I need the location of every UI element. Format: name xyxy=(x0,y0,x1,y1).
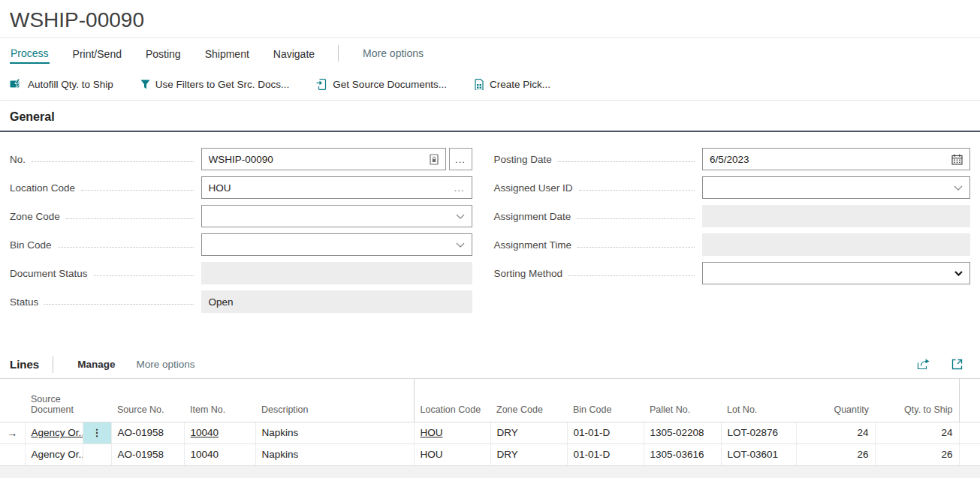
column-header-bin-code[interactable]: Bin Code xyxy=(567,379,644,422)
dotted-leader xyxy=(32,161,194,162)
cell-qty-to-ship[interactable]: 24 xyxy=(875,422,959,443)
cell-lot-no[interactable]: LOT-02876 xyxy=(721,422,796,443)
get-source-documents-icon xyxy=(316,79,327,90)
column-header-zone-code[interactable]: Zone Code xyxy=(490,379,567,422)
cell-quantity[interactable]: 26 xyxy=(796,443,875,465)
cell-item-no[interactable]: 10040 xyxy=(184,443,255,465)
calendar-icon[interactable] xyxy=(951,154,963,165)
create-pick-button[interactable]: Create Pick... xyxy=(474,79,550,90)
cell-zone-code[interactable]: DRY xyxy=(490,422,567,443)
share-icon[interactable] xyxy=(917,359,930,370)
focus-mode-icon[interactable] xyxy=(951,359,963,370)
cell-zone-code[interactable]: DRY xyxy=(490,443,567,465)
no-field[interactable]: WSHIP-00090 xyxy=(201,148,446,170)
tab-posting[interactable]: Posting xyxy=(145,44,182,63)
dotted-leader xyxy=(579,190,695,191)
assignment-date-label: Assignment Date xyxy=(494,211,571,222)
cell-pallet-no[interactable]: 1305-02208 xyxy=(644,422,721,443)
cell-source-document[interactable]: Agency Or... xyxy=(25,422,83,443)
cell-source-no[interactable]: AO-01958 xyxy=(111,422,184,443)
lines-heading: Lines xyxy=(10,358,39,371)
chevron-down-icon[interactable] xyxy=(456,214,465,219)
assigned-user-id-label: Assigned User ID xyxy=(494,182,573,194)
dotted-leader xyxy=(81,190,193,191)
cell-pallet-no[interactable]: 1305-03616 xyxy=(644,443,721,465)
autofill-qty-button[interactable]: Autofill Qty. to Ship xyxy=(10,79,113,90)
no-series-edit-icon[interactable] xyxy=(430,154,439,165)
tab-shipment[interactable]: Shipment xyxy=(204,44,250,63)
cell-qty-to-ship[interactable]: 26 xyxy=(875,443,959,465)
location-code-field[interactable]: HOU ... xyxy=(201,176,472,199)
active-row-arrow-icon: → xyxy=(0,422,25,443)
row-menu-dots-icon[interactable]: ⋮ xyxy=(83,422,111,443)
chevron-down-icon[interactable] xyxy=(456,242,465,248)
get-source-documents-button[interactable]: Get Source Documents... xyxy=(316,79,447,90)
location-code-link[interactable]: HOU xyxy=(421,427,443,438)
column-header-description[interactable]: Description xyxy=(255,379,414,422)
posting-date-field[interactable]: 6/5/2023 xyxy=(702,148,970,170)
column-header-item-no[interactable]: Item No. xyxy=(184,379,255,422)
sorting-method-label: Sorting Method xyxy=(494,268,563,279)
cell-bin-code[interactable]: 01-01-D xyxy=(567,422,644,443)
lines-more-options[interactable]: More options xyxy=(136,359,194,370)
posting-date-label: Posting Date xyxy=(494,154,552,165)
location-code-lookup-icon[interactable]: ... xyxy=(454,182,465,194)
menu-separator xyxy=(338,45,339,62)
document-status-label: Document Status xyxy=(10,268,88,279)
item-no-link[interactable]: 10040 xyxy=(191,427,219,438)
dotted-leader xyxy=(568,275,695,276)
cell-location-code[interactable]: HOU xyxy=(414,422,490,443)
create-pick-icon xyxy=(474,79,484,90)
assignment-time-label: Assignment Time xyxy=(494,239,572,251)
status-field: Open xyxy=(201,290,472,313)
tab-process[interactable]: Process xyxy=(10,44,50,64)
assignment-time-field xyxy=(702,233,970,256)
cell-location-code[interactable]: HOU xyxy=(414,443,490,465)
cell-source-document[interactable]: Agency Or... xyxy=(25,443,83,465)
cell-description[interactable]: Napkins xyxy=(255,443,414,465)
column-header-source-document[interactable]: Source Document xyxy=(25,379,111,422)
lines-grid: Source Document Source No. Item No. Desc… xyxy=(0,379,980,466)
chevron-down-icon[interactable] xyxy=(954,185,963,191)
column-header-qty-to-ship[interactable]: Qty. to Ship xyxy=(875,379,959,422)
cell-description[interactable]: Napkins xyxy=(255,422,414,443)
column-header-location-code[interactable]: Location Code xyxy=(414,379,490,422)
bin-code-field[interactable] xyxy=(201,233,472,256)
no-assist-edit-button[interactable]: ... xyxy=(449,148,472,170)
general-right-column: Posting Date 6/5/2023 xyxy=(494,148,970,319)
cell-lot-no[interactable]: LOT-03601 xyxy=(721,443,796,465)
cell-quantity[interactable]: 24 xyxy=(796,422,875,443)
action-menu-bar: Process Print/Send Posting Shipment Navi… xyxy=(0,38,980,68)
cell-bin-code[interactable]: 01-01-D xyxy=(567,443,644,465)
column-header-source-no[interactable]: Source No. xyxy=(111,379,184,422)
sorting-method-field[interactable] xyxy=(702,262,970,284)
location-code-value: HOU xyxy=(209,182,454,194)
assigned-user-id-field[interactable] xyxy=(702,176,970,199)
more-options-button[interactable]: More options xyxy=(363,47,424,59)
page-title: WSHIP-00090 xyxy=(0,0,980,38)
row-menu-cell[interactable] xyxy=(83,443,111,465)
status-value: Open xyxy=(209,296,465,308)
cell-source-no[interactable]: AO-01958 xyxy=(111,443,184,465)
tab-print-send[interactable]: Print/Send xyxy=(72,44,122,63)
grid-header-filler xyxy=(959,379,980,422)
lines-toolbar: Lines Manage More options xyxy=(0,350,980,379)
action-label: Use Filters to Get Src. Docs... xyxy=(155,79,290,90)
use-filters-button[interactable]: Use Filters to Get Src. Docs... xyxy=(140,79,290,90)
column-header-quantity[interactable]: Quantity xyxy=(796,379,875,422)
tab-navigate[interactable]: Navigate xyxy=(273,44,315,63)
cell-item-no[interactable]: 10040 xyxy=(184,422,255,443)
document-status-field xyxy=(201,262,472,284)
assignment-date-field xyxy=(702,205,970,227)
zone-code-field[interactable] xyxy=(201,205,472,227)
lines-manage-menu[interactable]: Manage xyxy=(77,359,115,370)
action-label: Get Source Documents... xyxy=(333,79,447,90)
column-header-pallet-no[interactable]: Pallet No. xyxy=(644,379,721,422)
filter-icon xyxy=(140,80,150,89)
row-indicator xyxy=(0,443,25,465)
column-header-lot-no[interactable]: Lot No. xyxy=(721,379,796,422)
chevron-down-bold-icon[interactable] xyxy=(954,271,963,276)
source-document-link[interactable]: Agency Or... xyxy=(32,427,83,438)
general-section-rule xyxy=(0,131,980,132)
dotted-leader xyxy=(58,247,194,248)
